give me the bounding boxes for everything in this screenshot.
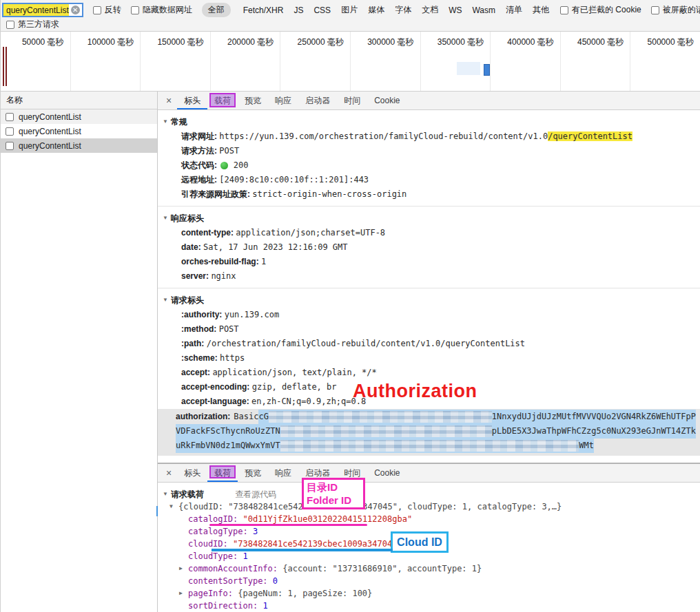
blocked-requests-checkbox[interactable]: 被屏蔽的请求: [651, 4, 700, 16]
tab-timing[interactable]: 时间: [337, 92, 367, 109]
cloud-id-annotation-box: Cloud ID: [391, 531, 449, 553]
filter-input-value[interactable]: queryContentList: [3, 4, 69, 16]
collapsed-triangle-icon[interactable]: ▶: [179, 587, 183, 600]
tab-cookie[interactable]: Cookie: [367, 464, 406, 482]
checkbox-icon[interactable]: [6, 113, 14, 121]
blocked-cookies-checkbox[interactable]: 有已拦截的 Cookie: [560, 4, 641, 16]
folder-id-annotation-line2: Folder ID: [307, 494, 360, 507]
checkbox-icon[interactable]: [560, 6, 568, 14]
general-section-title[interactable]: ▼ 常规: [158, 114, 700, 129]
payload-row-contentsorttype[interactable]: contentSortType: 0: [158, 575, 700, 587]
authorization-line-3: uRkFmbVN0dz1mQWwxYmVT WMt: [158, 439, 700, 453]
tab-response[interactable]: 响应: [268, 92, 298, 109]
tab-response[interactable]: 响应: [268, 464, 298, 482]
close-icon[interactable]: ×: [163, 95, 177, 106]
filter-fetch-xhr[interactable]: Fetch/XHR: [243, 6, 284, 15]
payload-root-row[interactable]: ▼ {cloudID: "738482841ce542139cbec1009a3…: [158, 500, 700, 513]
hide-data-urls-checkbox[interactable]: 隐藏数据网址: [131, 4, 192, 16]
request-name[interactable]: queryContentList: [19, 127, 81, 136]
tab-headers[interactable]: 标头: [177, 92, 207, 109]
timeline-tick: 150000 毫秒: [141, 32, 211, 91]
header-row-accept: accept: application/json, text/plain, */…: [158, 366, 700, 380]
checkbox-icon[interactable]: [6, 142, 14, 150]
filter-img[interactable]: 图片: [341, 4, 358, 16]
request-headers-title[interactable]: ▼ 请求标头: [158, 293, 700, 308]
payload-row-sortdirection[interactable]: sortDirection: 1: [158, 600, 700, 612]
checkbox-icon[interactable]: [131, 6, 139, 14]
tab-payload[interactable]: 载荷: [207, 92, 238, 109]
filter-all-button[interactable]: 全部: [202, 3, 231, 17]
checkbox-icon[interactable]: [651, 6, 659, 14]
close-icon[interactable]: ×: [163, 467, 177, 478]
tab-initiator[interactable]: 启动器: [298, 92, 337, 109]
invert-checkbox[interactable]: 反转: [93, 4, 121, 16]
filter-ws[interactable]: WS: [449, 6, 462, 15]
blocked-requests-label: 被屏蔽的请求: [663, 4, 700, 16]
type-filter-list: Fetch/XHR JS CSS 图片 媒体 字体 文档 WS Wasm 清单 …: [243, 4, 549, 16]
timeline-tick: 200000 毫秒: [211, 32, 281, 91]
response-headers-section: ▼ 响应标头 content-type: application/json;ch…: [158, 207, 700, 288]
timeline-tick: 350000 毫秒: [421, 32, 491, 91]
header-row-referrer-policy: 引荐来源网址政策: strict-origin-when-cross-origi…: [158, 187, 700, 202]
authorization-line-1: authorization: Basic cG 1NnxydUJjdUJzMUt…: [158, 410, 700, 424]
headers-tabbar: × 标头 载荷 预览 响应 启动器 时间 Cookie: [158, 92, 700, 110]
name-column-header[interactable]: 名称: [1, 92, 157, 109]
authorization-line-2: VDFackFScThycnRoUzZTN pLbDE5X3JwaThpWFhC…: [158, 424, 700, 439]
checkbox-icon[interactable]: [6, 127, 14, 136]
timeline-selection-ghost: [457, 62, 480, 75]
header-row-request-url: 请求网址: https://yun.139.com/orchestration/…: [158, 129, 700, 144]
payload-row-commonaccountinfo[interactable]: ▶ commonAccountInfo: {account: "13731686…: [158, 562, 700, 575]
filter-wasm[interactable]: Wasm: [472, 6, 495, 15]
payload-row-pageinfo[interactable]: ▶ pageInfo: {pageNum: 1, pageSize: 100}: [158, 587, 700, 600]
filter-other[interactable]: 其他: [533, 4, 549, 16]
header-row-server: server: nginx: [158, 269, 700, 284]
status-ok-dot-icon: [220, 162, 228, 169]
timeline-tick: 250000 毫秒: [280, 32, 351, 91]
checkbox-icon[interactable]: [93, 6, 101, 14]
expanded-triangle-icon[interactable]: ▼: [163, 488, 168, 500]
expanded-triangle-icon[interactable]: ▼: [163, 293, 168, 308]
expanded-triangle-icon[interactable]: ▼: [169, 500, 173, 513]
request-name[interactable]: queryContentList: [19, 112, 81, 122]
filter-input[interactable]: queryContentList ✕: [2, 3, 83, 17]
timeline-tick: 50000 毫秒: [1, 32, 71, 91]
request-headers-section: ▼ 请求标头 :authority: yun.139.com :method: …: [158, 288, 700, 456]
tab-payload[interactable]: 载荷: [207, 464, 238, 482]
filter-manifest[interactable]: 清单: [506, 4, 522, 16]
checkbox-icon[interactable]: [6, 21, 14, 29]
third-party-row: 第三方请求: [1, 19, 700, 32]
expanded-triangle-icon[interactable]: ▼: [163, 114, 168, 129]
tab-cookie[interactable]: Cookie: [367, 92, 406, 109]
filter-css[interactable]: CSS: [313, 6, 331, 15]
expanded-triangle-icon[interactable]: ▼: [163, 211, 168, 226]
timeline-tick: 400000 毫秒: [491, 32, 561, 91]
clear-filter-icon[interactable]: ✕: [71, 6, 80, 14]
tab-preview[interactable]: 预览: [238, 464, 268, 482]
network-overview-timeline[interactable]: 50000 毫秒 100000 毫秒 150000 毫秒 200000 毫秒 2…: [1, 32, 700, 92]
network-filter-toolbar: queryContentList ✕ 反转 隐藏数据网址 全部 Fetch/XH…: [1, 0, 700, 32]
general-section: ▼ 常规 请求网址: https://yun.139.com/orchestra…: [158, 110, 700, 207]
request-row[interactable]: queryContentList: [1, 109, 157, 124]
invert-label: 反转: [105, 4, 121, 16]
view-source-link[interactable]: 查看源代码: [235, 489, 276, 499]
third-party-checkbox[interactable]: 第三方请求: [6, 19, 59, 30]
folder-id-annotation-box: 目录ID Folder ID: [302, 478, 365, 509]
payload-tabbar: × 标头 载荷 预览 响应 启动器 时间 Cookie: [158, 464, 700, 483]
filter-font[interactable]: 字体: [395, 4, 411, 16]
filter-doc[interactable]: 文档: [422, 4, 438, 16]
tab-headers[interactable]: 标头: [177, 464, 207, 482]
redacted-mosaic: [280, 440, 579, 452]
third-party-label: 第三方请求: [18, 19, 59, 30]
filter-js[interactable]: JS: [294, 6, 303, 15]
authorization-annotation-label: Authorization: [353, 381, 477, 402]
tab-preview[interactable]: 预览: [238, 92, 268, 109]
authorization-header-block[interactable]: authorization: Basic cG 1NnxydUJjdUJzMUt…: [158, 409, 700, 456]
request-name[interactable]: queryContentList: [19, 141, 81, 151]
collapsed-triangle-icon[interactable]: ▶: [179, 562, 183, 575]
timeline-request-bar: [484, 64, 490, 76]
filter-media[interactable]: 媒体: [368, 4, 384, 16]
request-row-selected[interactable]: queryContentList: [1, 138, 157, 153]
request-list-panel: 名称 queryContentList queryContentList que…: [1, 92, 158, 612]
request-row[interactable]: queryContentList: [1, 124, 157, 138]
response-headers-title[interactable]: ▼ 响应标头: [158, 211, 700, 226]
